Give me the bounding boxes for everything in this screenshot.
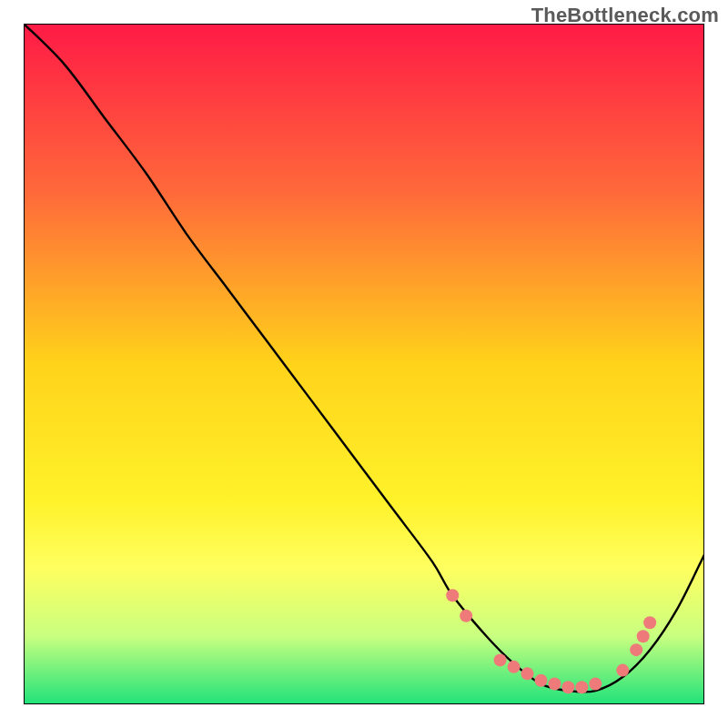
highlight-dot [616,664,629,677]
highlight-dot [643,616,656,629]
highlight-dot [575,681,588,693]
highlight-dot [534,674,547,687]
chart-svg [24,24,704,704]
highlight-dot [460,610,472,622]
highlight-dot [548,678,561,691]
highlight-dot [508,661,521,673]
chart-frame: TheBottleneck.com [0,0,728,728]
highlight-dot [494,653,507,666]
gradient-background [24,24,704,704]
highlight-dot [446,589,459,602]
highlight-dot [589,678,602,691]
plot-area [24,24,704,704]
attribution-label: TheBottleneck.com [531,4,719,27]
highlight-dot [561,681,574,693]
highlight-dot [637,630,650,642]
highlight-dot [630,643,642,656]
highlight-dot [521,667,534,680]
